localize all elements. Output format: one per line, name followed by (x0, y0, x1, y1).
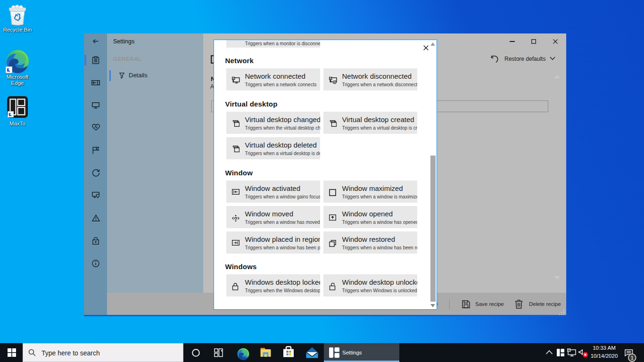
svg-text:1: 1 (631, 354, 634, 360)
